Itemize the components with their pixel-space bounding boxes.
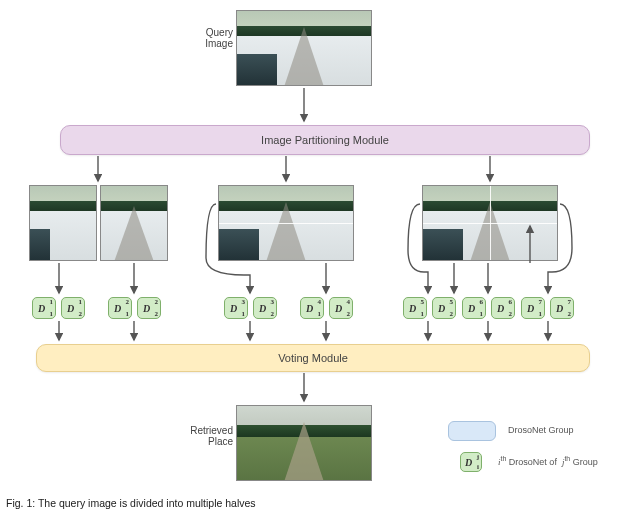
legend-group-text: DrosoNet Group <box>508 425 574 435</box>
drosonet-box: D71 <box>521 297 545 319</box>
caption-rest: The query image is divided into multiple… <box>35 497 255 509</box>
drosonet-box: D21 <box>108 297 132 319</box>
query-image <box>236 10 372 86</box>
d-group-6: D61D62 <box>462 297 515 319</box>
drosonet-box: D72 <box>550 297 574 319</box>
drosonet-box: D31 <box>224 297 248 319</box>
drosonet-box: D61 <box>462 297 486 319</box>
voting-label: Voting Module <box>278 352 348 364</box>
partition-label: Image Partitioning Module <box>261 134 389 146</box>
retrieved-label: Retrieved Place <box>183 425 233 447</box>
drosonet-box: D51 <box>403 297 427 319</box>
d-group-7: D71D72 <box>521 297 574 319</box>
caption-prefix: Fig. 1: <box>6 497 35 509</box>
query-label: Query Image <box>191 27 233 49</box>
partition-img-1-left <box>29 185 97 261</box>
drosonet-box: D41 <box>300 297 324 319</box>
drosonet-box: D62 <box>491 297 515 319</box>
d-group-4: D41D42 <box>300 297 353 319</box>
drosonet-box: D22 <box>137 297 161 319</box>
partition-module: Image Partitioning Module <box>60 125 590 155</box>
d-group-5: D51D52 <box>403 297 456 319</box>
partition-img-2 <box>218 185 354 261</box>
d-group-3: D31D32 <box>224 297 277 319</box>
drosonet-box: D32 <box>253 297 277 319</box>
legend-drosonet-swatch: Dji <box>460 452 482 472</box>
figure-caption: Fig. 1: The query image is divided into … <box>6 497 256 509</box>
d-group-2: D21D22 <box>108 297 161 319</box>
voting-module: Voting Module <box>36 344 590 372</box>
legend-drosonet-text: ith DrosoNet of jth Group <box>498 455 633 467</box>
partition-img-3 <box>422 185 558 261</box>
retrieved-image <box>236 405 372 481</box>
partition-img-1-right <box>100 185 168 261</box>
drosonet-box: D12 <box>61 297 85 319</box>
legend-group-swatch <box>448 421 496 441</box>
drosonet-box: D52 <box>432 297 456 319</box>
drosonet-box: D42 <box>329 297 353 319</box>
drosonet-box: D11 <box>32 297 56 319</box>
d-group-1: D11D12 <box>32 297 85 319</box>
